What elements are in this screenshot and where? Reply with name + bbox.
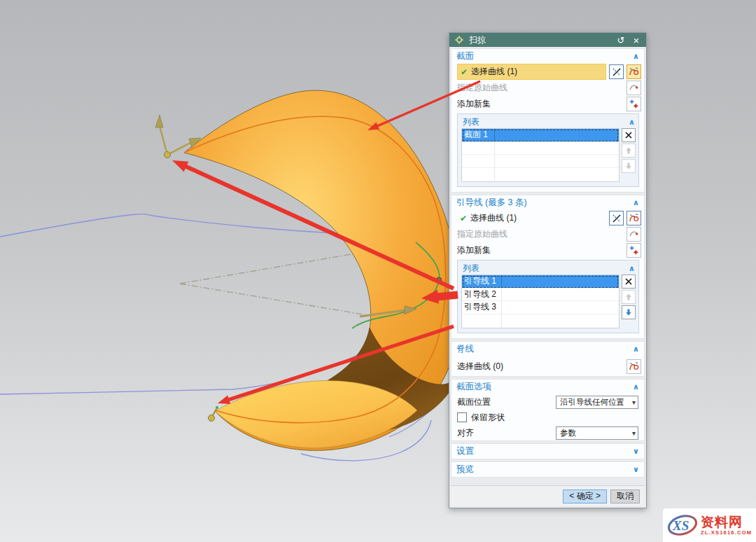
move-up-button[interactable]	[622, 144, 636, 158]
settings-group: 设置 ∨	[451, 443, 645, 459]
chevron-up-icon[interactable]: ∧	[629, 118, 635, 127]
sweep-dialog: 扫掠 ↺ × 截面 ∧ ✔ 选择曲线 (1)	[449, 32, 647, 508]
curve-rule-icon[interactable]	[626, 64, 641, 79]
move-up-button[interactable]	[622, 290, 636, 304]
chevron-up-icon[interactable]: ∧	[633, 52, 639, 61]
curve-rule-icon[interactable]	[626, 359, 641, 374]
chevron-down-icon[interactable]: ∨	[633, 447, 639, 456]
add-new-set-row-guides[interactable]: 添加新集	[451, 242, 644, 258]
watermark-site-name: 资料网	[701, 515, 752, 529]
stop-at-intersection-icon[interactable]	[609, 211, 624, 225]
dropdown-caret-icon: ▾	[632, 398, 636, 406]
select-curve-label: 选择曲线 (1)	[470, 212, 517, 224]
section-list-table[interactable]: 截面 1	[461, 128, 620, 182]
original-curve-icon[interactable]	[626, 81, 641, 95]
dialog-body: 截面 ∧ ✔ 选择曲线 (1)	[449, 47, 646, 508]
list-item-guide-1[interactable]: 引导线 1	[462, 275, 619, 289]
watermark-logo-text: XS	[672, 518, 689, 533]
add-new-set-icon[interactable]	[626, 97, 641, 111]
section-position-row: 截面位置 沿引导线任何位置 ▾	[451, 394, 644, 410]
check-icon: ✔	[461, 67, 468, 77]
select-curve-label: 选择曲线 (1)	[471, 66, 517, 78]
guides-group-header[interactable]: 引导线 (最多 3 条) ∧	[451, 195, 644, 210]
specify-original-curve-row-section[interactable]: 指定原始曲线	[451, 80, 644, 96]
list-item-guide-2[interactable]: 引导线 2	[462, 289, 619, 302]
guides-list-table[interactable]: 引导线 1 引导线 2 引导线 3	[461, 275, 620, 328]
application-window: 扫掠 ↺ × 截面 ∧ ✔ 选择曲线 (1)	[0, 0, 756, 542]
section-list-header[interactable]: 列表 ∧	[461, 116, 636, 128]
dialog-footer: < 确定 > 取消	[451, 485, 645, 506]
preserve-shape-checkbox[interactable]	[457, 412, 467, 422]
section-position-dropdown[interactable]: 沿引导线任何位置 ▾	[556, 396, 638, 409]
select-curve-row-spine[interactable]: 选择曲线 (0)	[451, 356, 644, 376]
spine-group: 脊线 ∧ 选择曲线 (0)	[451, 341, 645, 377]
preview-group: 预览 ∨	[451, 461, 645, 478]
select-curve-active-field[interactable]: ✔ 选择曲线 (1)	[457, 64, 606, 80]
spine-group-header[interactable]: 脊线 ∧	[451, 342, 644, 356]
list-item-guide-3[interactable]: 引导线 3	[462, 301, 619, 314]
chevron-up-icon[interactable]: ∧	[633, 345, 639, 354]
alignment-row: 对齐 参数 ▾	[451, 425, 644, 440]
close-button[interactable]: ×	[631, 34, 642, 46]
ok-button[interactable]: < 确定 >	[563, 489, 607, 503]
guides-list-header[interactable]: 列表 ∧	[461, 262, 636, 275]
list-row-empty[interactable]	[462, 155, 619, 168]
chevron-up-icon[interactable]: ∧	[633, 382, 639, 391]
section-group-header[interactable]: 截面 ∧	[451, 49, 644, 64]
check-icon: ✔	[460, 214, 467, 223]
list-item-section-1[interactable]: 截面 1	[462, 129, 619, 142]
dialog-titlebar[interactable]: 扫掠 ↺ ×	[449, 33, 646, 47]
list-row-empty[interactable]	[462, 142, 619, 155]
remove-item-button[interactable]	[622, 275, 636, 289]
settings-header[interactable]: 设置 ∨	[451, 444, 644, 459]
dialog-title: 扫掠	[469, 34, 611, 46]
stop-at-intersection-icon[interactable]	[609, 64, 624, 79]
select-curve-row-guides[interactable]: ✔ 选择曲线 (1)	[451, 210, 644, 226]
chevron-up-icon[interactable]: ∧	[633, 198, 639, 207]
dropdown-caret-icon: ▾	[632, 429, 636, 437]
specify-original-curve-row-guides[interactable]: 指定原始曲线	[451, 226, 644, 242]
section-options-header[interactable]: 截面选项 ∧	[451, 380, 644, 394]
preserve-shape-label: 保留形状	[471, 412, 505, 424]
preview-header[interactable]: 预览 ∨	[451, 462, 644, 477]
sketch-curve-top	[0, 214, 350, 237]
list-row-empty[interactable]	[462, 168, 619, 181]
curve-rule-icon[interactable]	[626, 211, 641, 225]
curve-point-handle	[436, 277, 442, 283]
dialog-gear-icon	[454, 34, 465, 46]
original-curve-icon[interactable]	[626, 227, 641, 242]
guides-list-group: 列表 ∧ 引导线 1 引导线 2 引导线 3	[457, 260, 639, 333]
chevron-down-icon[interactable]: ∨	[633, 465, 639, 474]
preserve-shape-row: 保留形状	[451, 410, 644, 425]
remove-item-button[interactable]	[622, 128, 636, 142]
select-curve-row-section[interactable]: ✔ 选择曲线 (1)	[451, 64, 644, 80]
move-down-button[interactable]	[622, 305, 636, 319]
section-options-group: 截面选项 ∧ 截面位置 沿引导线任何位置 ▾ 保留形状 对齐	[451, 379, 645, 441]
watermark-logo-icon: XS	[666, 511, 699, 539]
reset-button[interactable]: ↺	[615, 34, 626, 46]
bottom-tip-handle[interactable]	[209, 406, 219, 422]
select-curve-field[interactable]: ✔ 选择曲线 (1)	[457, 211, 606, 225]
chevron-up-icon[interactable]: ∧	[629, 264, 635, 273]
watermark: XS 资料网 ZL.XS1616.COM	[663, 508, 756, 542]
section-list-group: 列表 ∧ 截面 1	[457, 113, 639, 187]
move-down-button[interactable]	[622, 159, 636, 173]
guides-group: 引导线 (最多 3 条) ∧ ✔ 选择曲线 (1)	[451, 195, 645, 339]
cancel-button[interactable]: 取消	[610, 489, 640, 503]
watermark-site-url: ZL.XS1616.COM	[701, 530, 752, 536]
list-row-empty[interactable]	[462, 314, 619, 328]
section-group: 截面 ∧ ✔ 选择曲线 (1)	[451, 48, 645, 193]
add-new-set-row-section[interactable]: 添加新集	[451, 96, 644, 112]
add-new-set-icon[interactable]	[626, 243, 641, 258]
alignment-dropdown[interactable]: 参数 ▾	[556, 426, 638, 440]
